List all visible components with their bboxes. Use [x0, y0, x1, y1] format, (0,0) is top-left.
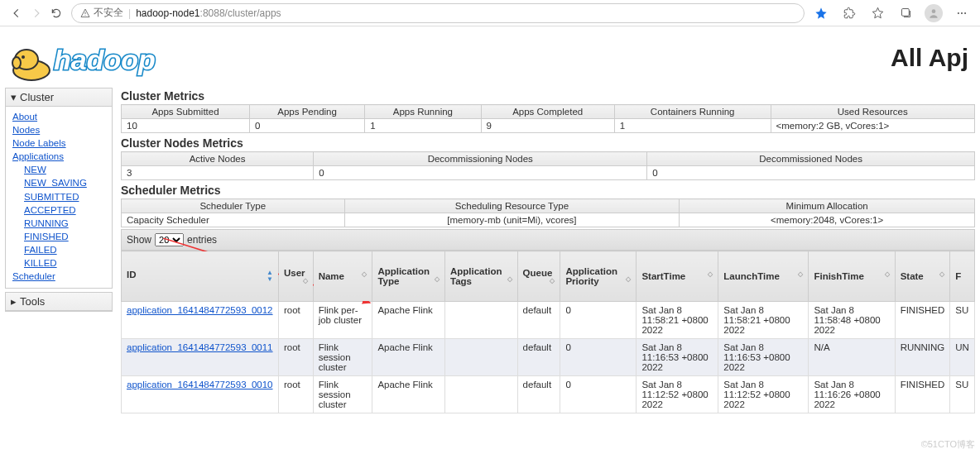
th-user[interactable]: User◇	[279, 251, 314, 302]
th-final[interactable]: F	[950, 251, 975, 302]
th-name[interactable]: Name◇	[313, 251, 372, 302]
decommissioned-link[interactable]: 0	[652, 168, 657, 178]
url-text: hadoop-node1:8088/cluster/apps	[136, 7, 281, 19]
sidebar-link-failed[interactable]: FAILED	[24, 243, 105, 256]
th-apps-completed: Apps Completed	[481, 105, 614, 119]
sidebar-link-nodes[interactable]: Nodes	[12, 123, 105, 136]
sidebar-link-accepted[interactable]: ACCEPTED	[24, 203, 105, 217]
th-app-tags[interactable]: Application Tags◇	[444, 251, 517, 302]
cell-launch: Sat Jan 8 11:12:52 +0800 2022	[718, 376, 809, 413]
cell-queue: default	[517, 339, 560, 376]
app-link[interactable]: application_1641484772593_0011	[127, 342, 273, 352]
cell-tags	[444, 302, 517, 339]
star-icon	[814, 7, 828, 20]
cell-start: Sat Jan 8 11:16:53 +0800 2022	[637, 339, 718, 376]
cell-id: application_1641484772593_0010	[122, 376, 279, 413]
page-title: All Apj	[891, 44, 972, 72]
cell-launch: Sat Jan 8 11:16:53 +0800 2022	[718, 339, 809, 376]
cell-state: RUNNING	[895, 339, 950, 376]
th-containers-running: Containers Running	[614, 105, 771, 119]
app-link[interactable]: application_1641484772593_0010	[127, 380, 273, 389]
browser-actions	[809, 2, 973, 25]
sidebar: ▾ Cluster About Nodes Node Labels Applic…	[5, 88, 113, 413]
td-scheduler-type: Capacity Scheduler	[122, 213, 345, 227]
app-link[interactable]: application_1641484772593_0012	[127, 305, 273, 315]
sidebar-link-about[interactable]: About	[12, 110, 105, 123]
sidebar-link-finished[interactable]: FINISHED	[24, 230, 105, 243]
address-bar[interactable]: 不安全 | hadoop-node1:8088/cluster/apps	[71, 3, 805, 23]
sidebar-link-killed[interactable]: KILLED	[24, 256, 105, 270]
star-outline-icon	[872, 7, 884, 19]
cell-priority: 0	[560, 339, 637, 376]
cell-user: root	[279, 302, 314, 339]
th-id[interactable]: ID▲▼	[122, 251, 279, 302]
nodes-metrics-title: Cluster Nodes Metrics	[121, 135, 975, 151]
favorites-button[interactable]	[866, 2, 889, 25]
cell-type: Apache Flink	[372, 302, 445, 339]
forward-button[interactable]	[26, 3, 46, 23]
sidebar-link-new[interactable]: NEW	[24, 163, 105, 176]
svg-point-10	[12, 57, 21, 69]
collections-button[interactable]	[894, 2, 917, 25]
th-apps-pending: Apps Pending	[249, 105, 364, 119]
th-priority[interactable]: Application Priority◇	[560, 251, 637, 302]
scheduler-metrics-table: Scheduler Type Scheduling Resource Type …	[121, 198, 975, 227]
th-scheduler-type: Scheduler Type	[122, 199, 345, 213]
td-used-resources: <memory:2 GB, vCores:1>	[771, 119, 975, 133]
td-active-nodes: 3	[122, 166, 314, 180]
cell-finish: Sat Jan 8 11:58:48 +0800 2022	[809, 302, 895, 339]
show-label: Show	[127, 234, 151, 246]
sidebar-link-new-saving[interactable]: NEW_SAVING	[24, 176, 105, 189]
svg-point-9	[22, 55, 25, 59]
th-start[interactable]: StartTime◇	[637, 251, 718, 302]
td-apps-submitted: 10	[122, 119, 250, 133]
menu-button[interactable]	[950, 2, 973, 25]
cell-finish: N/A	[809, 339, 895, 376]
insecure-badge: 不安全	[80, 6, 123, 20]
th-decommissioned: Decommissioned Nodes	[647, 152, 975, 166]
arrow-right-icon	[31, 7, 42, 19]
decommissioning-link[interactable]: 0	[319, 168, 324, 178]
cell-final: UN	[950, 339, 975, 376]
entries-label: entries	[187, 234, 217, 246]
td-decommissioned: 0	[647, 166, 975, 180]
th-finish[interactable]: FinishTime◇	[809, 251, 895, 302]
th-queue[interactable]: Queue◇	[517, 251, 560, 302]
cell-tags	[444, 376, 517, 413]
refresh-icon	[50, 7, 62, 19]
chevron-right-icon: ▸	[11, 295, 17, 308]
sidebar-link-submitted[interactable]: SUBMITTED	[24, 190, 105, 203]
arrow-left-icon	[11, 7, 22, 19]
td-apps-pending: 0	[249, 119, 364, 133]
insecure-label: 不安全	[94, 6, 123, 20]
entries-select[interactable]: 20	[155, 233, 184, 246]
hadoop-logo-icon: hadoop	[8, 33, 199, 83]
bookmark-button[interactable]	[809, 2, 833, 25]
svg-rect-2	[901, 9, 909, 17]
url-separator: |	[128, 7, 131, 19]
profile-button[interactable]	[922, 2, 945, 25]
sidebar-link-applications[interactable]: Applications	[12, 150, 105, 163]
cell-launch: Sat Jan 8 11:58:21 +0800 2022	[718, 302, 809, 339]
th-app-type[interactable]: Application Type◇	[372, 251, 445, 302]
cell-type: Apache Flink	[372, 339, 445, 376]
svg-point-3	[932, 9, 936, 13]
sidebar-section-cluster[interactable]: ▾ Cluster	[6, 88, 112, 107]
hadoop-logo[interactable]: hadoop	[8, 33, 199, 83]
active-nodes-link[interactable]: 3	[127, 168, 132, 178]
sidebar-link-node-labels[interactable]: Node Labels	[12, 136, 105, 150]
th-launch[interactable]: LaunchTime◇	[718, 251, 809, 302]
sidebar-link-running[interactable]: RUNNING	[24, 217, 105, 230]
sidebar-section-tools[interactable]: ▸ Tools	[6, 293, 112, 311]
cell-name: Flink session cluster	[313, 376, 372, 413]
svg-text:hadoop: hadoop	[54, 44, 156, 75]
cell-priority: 0	[560, 376, 637, 413]
main-content: Cluster Metrics Apps Submitted Apps Pend…	[113, 88, 975, 413]
cell-user: root	[279, 339, 314, 376]
extensions-button[interactable]	[838, 2, 861, 25]
sidebar-link-scheduler[interactable]: Scheduler	[12, 270, 105, 283]
refresh-button[interactable]	[46, 3, 66, 23]
back-button[interactable]	[7, 3, 26, 23]
td-resource-type: [memory-mb (unit=Mi), vcores]	[344, 213, 680, 227]
th-state[interactable]: State◇	[895, 251, 950, 302]
